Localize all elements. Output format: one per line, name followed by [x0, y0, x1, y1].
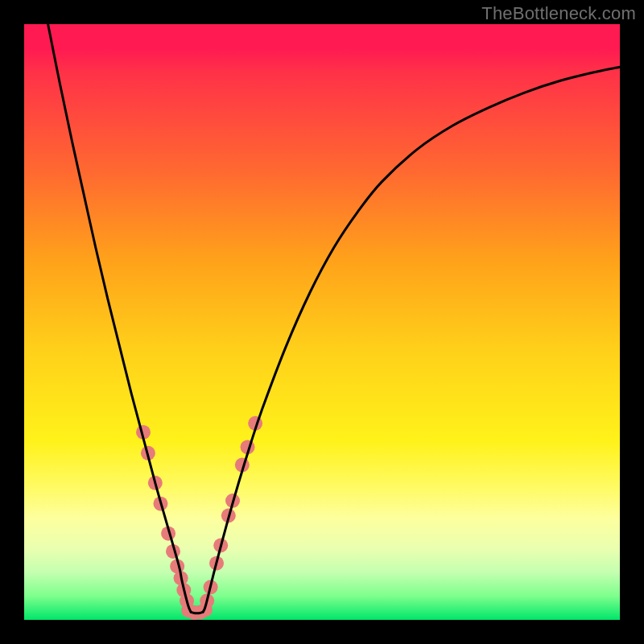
- curve-left-branch: [48, 24, 192, 612]
- curve-right-branch: [203, 67, 620, 612]
- curve-svg: [24, 24, 620, 620]
- plot-area: [24, 24, 620, 620]
- watermark-text: TheBottleneck.com: [481, 3, 636, 24]
- outer-frame: TheBottleneck.com: [0, 0, 644, 644]
- curve-trough: [191, 612, 203, 613]
- marker-layer: [136, 416, 262, 620]
